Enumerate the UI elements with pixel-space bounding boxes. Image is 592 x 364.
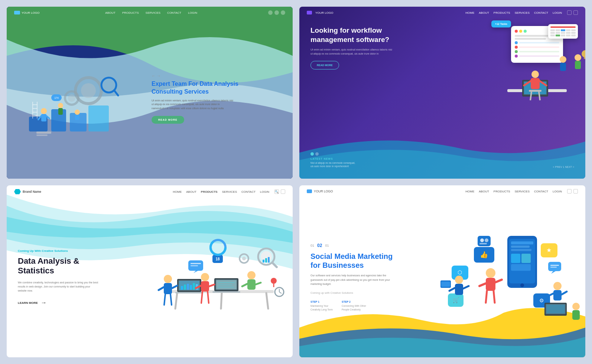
svg-rect-108 [511, 241, 533, 244]
nav-contact-p2[interactable]: CONTACT [534, 11, 548, 14]
menu-icon-p3[interactable] [281, 189, 285, 194]
svg-point-137 [553, 282, 562, 290]
body-p2: Ut enim ad minim veniam, quis nostrud ex… [310, 48, 392, 56]
svg-rect-34 [531, 78, 540, 89]
nav-about-p2[interactable]: ABOUT [479, 11, 489, 14]
search-icon-p3[interactable]: 🔍 [274, 189, 279, 194]
panel-stats: Brand Name HOME ABOUT PRODUCTS SERVICES … [7, 185, 293, 357]
icon-p2-2[interactable] [573, 10, 578, 15]
svg-rect-150 [478, 236, 491, 246]
pagination-p2[interactable]: < PREV 1 NEXT > [553, 166, 574, 168]
nav-products-p1[interactable]: PRODUCTS [122, 11, 139, 14]
illustration-p2: +12 Tasks [430, 22, 574, 111]
illustration-p3: 18 [136, 227, 293, 329]
logo-p4: YOUR LOGO [307, 189, 333, 193]
menu-icon-p4[interactable] [573, 189, 578, 194]
svg-point-17 [75, 110, 80, 115]
svg-line-91 [272, 263, 277, 267]
svg-point-33 [531, 71, 539, 78]
menu-icon-p1[interactable] [281, 10, 285, 15]
nav-home-p4[interactable]: HOME [465, 190, 474, 193]
nav-contact-p1[interactable]: CONTACT [167, 11, 181, 14]
nav-products-p4[interactable]: PRODUCTS [494, 190, 510, 193]
svg-line-127 [479, 283, 486, 286]
svg-point-114 [520, 283, 524, 287]
svg-line-140 [562, 292, 567, 295]
nav-login-p2[interactable]: LOGIN [553, 11, 562, 14]
svg-rect-93 [265, 258, 267, 263]
svg-rect-92 [263, 260, 264, 263]
svg-rect-138 [553, 290, 562, 300]
nav-home-p3[interactable]: HOME [173, 190, 182, 194]
nav-contact-p3[interactable]: CONTACT [241, 190, 256, 194]
svg-point-69 [164, 275, 172, 283]
nav-about-p4[interactable]: ABOUT [479, 190, 489, 193]
nav-services-p2[interactable]: SERVICES [515, 11, 530, 14]
learn-more-btn-p3[interactable]: LEARN MORE → [18, 299, 133, 306]
step2-p4: STEP 2 Connecting With OtherPeople Creat… [342, 300, 366, 312]
nav-arrows-p1[interactable]: ← → [152, 74, 282, 78]
nav-login-p3[interactable]: LOGIN [260, 190, 269, 194]
nav-services-p4[interactable]: SERVICES [515, 190, 530, 193]
nav-login-p4[interactable]: LOGIN [553, 190, 562, 193]
read-more-btn-p2[interactable]: READ MORE [310, 61, 339, 69]
svg-point-15 [58, 103, 63, 108]
search-icon-p4[interactable] [567, 189, 572, 194]
svg-rect-145 [572, 310, 580, 320]
panel-workflow: YOUR LOGO HOME ABOUT PRODUCTS SERVICES C… [299, 7, 585, 179]
svg-point-152 [485, 238, 488, 242]
nav-about-p3[interactable]: ABOUT [186, 190, 196, 194]
icon-p2-1[interactable] [567, 10, 572, 15]
svg-line-128 [495, 280, 502, 282]
svg-point-97 [271, 278, 277, 284]
svg-line-74 [170, 294, 172, 305]
svg-line-129 [486, 291, 487, 303]
svg-rect-94 [268, 257, 270, 263]
svg-point-44 [582, 50, 585, 58]
nav-contact-p4[interactable]: CONTACT [534, 190, 548, 193]
svg-line-130 [494, 291, 495, 303]
nav-products-p2[interactable]: PRODUCTS [494, 11, 510, 14]
nav-about-p1[interactable]: ABOUT [105, 11, 116, 14]
latest-news-p2: LATEST NEWS Nisi ut aliquip ex ea commod… [310, 152, 355, 169]
svg-text:18: 18 [215, 257, 220, 261]
nav-services-p1[interactable]: SERVICES [146, 11, 160, 14]
svg-point-81 [247, 271, 256, 279]
nav-products-p3[interactable]: PRODUCTS [201, 190, 218, 194]
svg-line-73 [164, 294, 165, 305]
svg-line-50 [266, 293, 268, 309]
headline-p2: Looking for workflowmanagement software? [310, 26, 430, 44]
globe-icon-p1[interactable] [268, 10, 273, 15]
svg-rect-153 [479, 243, 487, 244]
read-more-btn-p1[interactable]: READ MORE [152, 116, 184, 124]
svg-text:👍: 👍 [480, 251, 488, 259]
svg-rect-59 [193, 283, 195, 290]
coming-up-p4: Coming up with Creative Solutions [310, 291, 418, 295]
svg-rect-57 [187, 284, 189, 290]
svg-rect-149 [550, 267, 557, 268]
step1-p4: STEP 1 Maintaining YourCreativity Long-T… [310, 300, 333, 312]
svg-line-134 [463, 286, 469, 289]
svg-rect-58 [190, 285, 192, 290]
svg-rect-126 [486, 278, 495, 291]
nav-login-p1[interactable]: LOGIN [188, 11, 197, 14]
svg-point-11 [41, 108, 47, 114]
svg-text:⚙: ⚙ [539, 298, 544, 303]
sub-title-p3: Coming Up With Creative Solutions [18, 249, 133, 253]
headline-p1: Expert Team For Data Analysis Consulting… [152, 80, 282, 96]
text-section-p1: ← → Expert Team For Data Analysis Consul… [144, 66, 293, 131]
text-section-p2: Looking for workflowmanagement software?… [310, 22, 430, 69]
latest-title: LATEST NEWS [310, 157, 355, 160]
svg-rect-146 [548, 262, 561, 271]
svg-point-8 [68, 94, 75, 102]
illustration-p4: 👍 ⬡ 🛒 ★ ⚙ [422, 225, 585, 330]
nav-services-p3[interactable]: SERVICES [222, 190, 237, 194]
svg-text:★: ★ [546, 247, 552, 253]
svg-rect-61 [175, 292, 203, 293]
svg-point-131 [455, 276, 463, 284]
svg-rect-16 [58, 108, 63, 115]
phone-icon-p1[interactable] [274, 10, 279, 15]
nav-home-p2[interactable]: HOME [465, 11, 474, 14]
headline-p3: Data Analysis & Statistics [18, 256, 133, 276]
svg-line-10 [114, 91, 118, 95]
